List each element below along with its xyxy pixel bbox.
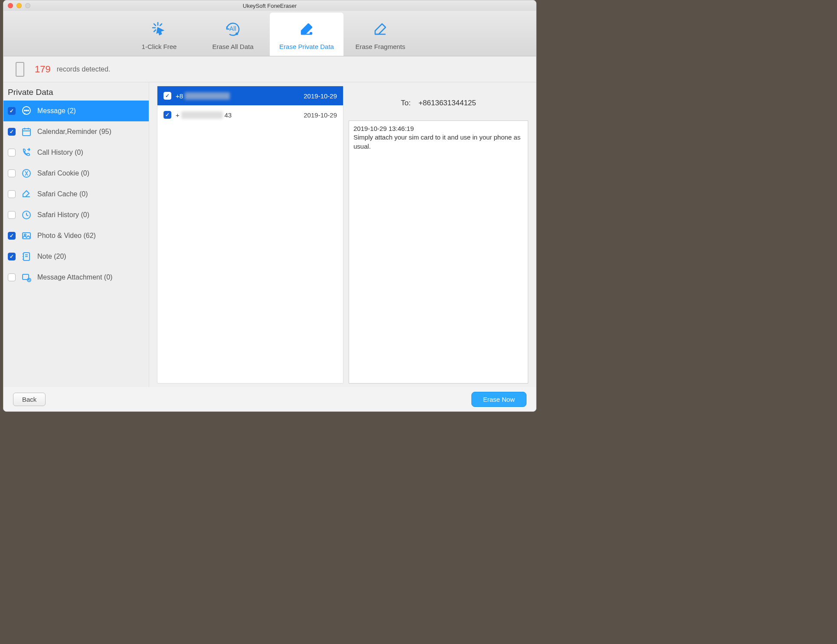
- tab-erase-all[interactable]: All Erase All Data: [196, 13, 270, 56]
- message-body: Simply attach your sim card to it and us…: [353, 133, 523, 151]
- maximize-icon: [25, 3, 30, 8]
- checkbox[interactable]: [8, 273, 16, 281]
- svg-rect-12: [23, 129, 30, 136]
- message-detail: To: +8613631344125 2019-10-29 13:46:19 S…: [349, 86, 528, 384]
- sidebar-item-note[interactable]: Note (20): [3, 246, 149, 267]
- app-window: UkeySoft FoneEraser 1-Click Free All Era…: [3, 0, 536, 412]
- tab-label: Erase Fragments: [355, 43, 405, 50]
- message-number: +8613631344143: [176, 111, 299, 119]
- cookie-icon: [21, 168, 32, 179]
- tab-click-free[interactable]: 1-Click Free: [122, 13, 196, 56]
- svg-point-9: [24, 110, 25, 111]
- history-icon: [21, 209, 32, 221]
- svg-text:All: All: [229, 25, 236, 32]
- calendar-icon: [21, 126, 32, 137]
- call-history-icon: [21, 147, 32, 158]
- sidebar-item-label: Safari Cache (0): [37, 190, 88, 198]
- checkbox[interactable]: [8, 169, 16, 177]
- message-list: +8013631344125 2019-10-29 +8613631344143…: [157, 86, 343, 384]
- tab-erase-private[interactable]: Erase Private Data: [270, 13, 343, 56]
- checkbox[interactable]: [8, 232, 16, 240]
- traffic-lights: [3, 3, 30, 8]
- num-prefix: +8: [176, 92, 183, 100]
- record-count-suffix: records detected.: [57, 65, 111, 73]
- to-label: To:: [401, 99, 411, 107]
- sidebar-item-label: Photo & Video (62): [37, 232, 96, 240]
- photo-video-icon: [21, 230, 32, 241]
- checkbox[interactable]: [8, 107, 16, 115]
- checkbox[interactable]: [8, 149, 16, 156]
- tab-label: Erase Private Data: [279, 43, 334, 50]
- close-icon[interactable]: [8, 3, 13, 8]
- svg-line-2: [154, 24, 156, 26]
- message-icon: [21, 105, 32, 117]
- checkbox[interactable]: [8, 211, 16, 219]
- sidebar-item-safari-history[interactable]: Safari History (0): [3, 205, 149, 225]
- record-count: 179: [35, 64, 51, 75]
- svg-point-11: [28, 110, 29, 111]
- svg-line-3: [160, 24, 162, 26]
- main-toolbar: 1-Click Free All Erase All Data Erase Pr…: [3, 11, 536, 56]
- sidebar-item-label: Calendar,Reminder (95): [37, 128, 111, 136]
- sidebar-item-label: Safari History (0): [37, 211, 89, 219]
- svg-point-7: [310, 33, 312, 34]
- checkbox[interactable]: [8, 253, 16, 260]
- message-row[interactable]: +8013631344125 2019-10-29: [157, 86, 343, 105]
- sidebar-item-photo-video[interactable]: Photo & Video (62): [3, 225, 149, 246]
- message-row[interactable]: +8613631344143 2019-10-29: [157, 105, 343, 124]
- sidebar-item-label: Message (2): [37, 107, 76, 115]
- message-date: 2019-10-29: [304, 92, 337, 100]
- checkbox[interactable]: [8, 128, 16, 136]
- num-redacted: 86136313441: [181, 111, 223, 119]
- status-bar: 179 records detected.: [3, 56, 536, 82]
- message-number: +8013631344125: [176, 92, 299, 100]
- note-icon: [21, 251, 32, 262]
- attachment-icon: [21, 272, 32, 283]
- sidebar-item-label: Message Attachment (0): [37, 273, 112, 281]
- sidebar-item-message[interactable]: Message (2): [3, 101, 149, 121]
- message-date: 2019-10-29: [304, 111, 337, 119]
- tab-erase-fragments[interactable]: Erase Fragments: [343, 13, 417, 56]
- sidebar-item-label: Note (20): [37, 253, 66, 260]
- window-title: UkeySoft FoneEraser: [3, 3, 536, 9]
- sidebar-item-calendar[interactable]: Calendar,Reminder (95): [3, 121, 149, 142]
- checkbox[interactable]: [163, 92, 171, 100]
- checkbox[interactable]: [8, 190, 16, 198]
- content-area: Private Data Message (2) Calendar,Remind…: [3, 82, 536, 387]
- sidebar-item-call-history[interactable]: Call History (0): [3, 142, 149, 163]
- sidebar: Private Data Message (2) Calendar,Remind…: [3, 82, 149, 387]
- sidebar-item-label: Call History (0): [37, 149, 83, 156]
- tab-label: 1-Click Free: [142, 43, 177, 50]
- minimize-icon[interactable]: [16, 3, 22, 8]
- svg-point-10: [26, 110, 27, 111]
- message-body-box: 2019-10-29 13:46:19 Simply attach your s…: [349, 120, 528, 384]
- erase-now-button[interactable]: Erase Now: [471, 392, 526, 407]
- checkbox[interactable]: [163, 111, 171, 119]
- num-suffix: 43: [225, 111, 232, 119]
- footer: Back Erase Now: [3, 387, 536, 411]
- erase-fragments-icon: [369, 18, 392, 40]
- sidebar-item-message-attachment[interactable]: Message Attachment (0): [3, 267, 149, 288]
- svg-point-6: [235, 33, 238, 35]
- num-prefix: +: [176, 111, 180, 119]
- message-timestamp: 2019-10-29 13:46:19: [353, 124, 523, 133]
- svg-line-4: [154, 30, 156, 32]
- sidebar-title: Private Data: [3, 82, 149, 101]
- titlebar: UkeySoft FoneEraser: [3, 0, 536, 11]
- to-line: To: +8613631344125: [349, 86, 528, 120]
- tab-label: Erase All Data: [212, 43, 253, 50]
- erase-private-icon: [295, 18, 318, 40]
- erase-all-icon: All: [222, 18, 244, 40]
- num-redacted: 013631344125: [185, 92, 230, 100]
- sidebar-item-safari-cache[interactable]: Safari Cache (0): [3, 184, 149, 205]
- click-free-icon: [148, 18, 170, 40]
- back-button[interactable]: Back: [13, 393, 46, 406]
- phone-icon: [16, 62, 24, 77]
- sidebar-item-safari-cookie[interactable]: Safari Cookie (0): [3, 163, 149, 184]
- cache-icon: [21, 189, 32, 200]
- to-value: +8613631344125: [418, 99, 476, 107]
- sidebar-item-label: Safari Cookie (0): [37, 169, 89, 177]
